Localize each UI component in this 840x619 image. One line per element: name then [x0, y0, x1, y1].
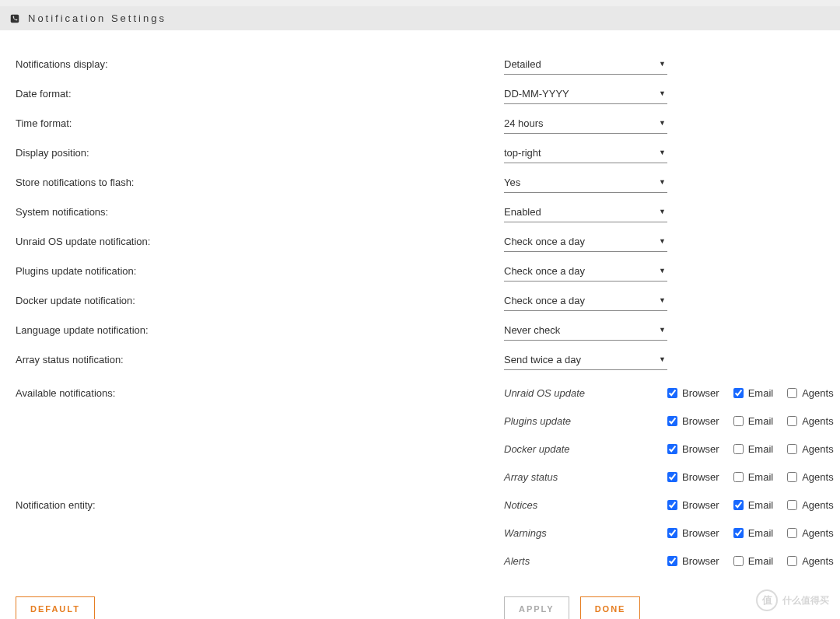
setting-select[interactable]: Check once a day▼ [504, 231, 667, 252]
browser-checkbox-group[interactable]: Browser [667, 555, 719, 567]
setting-select[interactable]: Check once a day▼ [504, 290, 667, 311]
setting-select[interactable]: Never check▼ [504, 320, 667, 341]
email-checkbox[interactable] [733, 472, 744, 482]
svg-rect-0 [11, 14, 19, 23]
browser-checkbox[interactable] [667, 416, 677, 426]
chevron-down-icon: ▼ [659, 267, 666, 275]
setting-value: Detailed [504, 58, 541, 70]
browser-checkbox-group[interactable]: Browser [667, 415, 719, 427]
checkbox-label: Agents [802, 555, 833, 567]
email-checkbox-group[interactable]: Email [733, 555, 774, 567]
notification-row: WarningsBrowserEmailAgents [16, 519, 824, 547]
notification-row: AlertsBrowserEmailAgents [16, 547, 824, 575]
browser-checkbox-group[interactable]: Browser [667, 499, 719, 511]
email-checkbox[interactable] [733, 500, 744, 510]
setting-label: System notifications: [16, 206, 504, 218]
agents-checkbox-group[interactable]: Agents [787, 499, 833, 511]
email-checkbox[interactable] [733, 528, 744, 538]
agents-checkbox[interactable] [787, 500, 797, 510]
email-checkbox-group[interactable]: Email [733, 387, 774, 399]
browser-checkbox-group[interactable]: Browser [667, 471, 719, 483]
setting-value: Check once a day [504, 265, 585, 277]
setting-select[interactable]: Check once a day▼ [504, 261, 667, 282]
setting-label: Unraid OS update notification: [16, 236, 504, 247]
agents-checkbox-group[interactable]: Agents [787, 443, 833, 455]
notification-row: Available notifications:Unraid OS update… [16, 379, 824, 407]
setting-select[interactable]: Detailed▼ [504, 54, 667, 75]
setting-select[interactable]: Send twice a day▼ [504, 349, 667, 370]
agents-checkbox[interactable] [787, 388, 797, 398]
email-checkbox[interactable] [733, 444, 744, 454]
agents-checkbox[interactable] [787, 472, 797, 482]
setting-row: Time format:24 hours▼ [16, 113, 824, 142]
email-checkbox-group[interactable]: Email [733, 499, 774, 511]
checkbox-label: Agents [802, 527, 833, 539]
chevron-down-icon: ▼ [659, 355, 666, 363]
setting-row: Language update notification:Never check… [16, 320, 824, 349]
agents-checkbox-group[interactable]: Agents [787, 387, 833, 399]
email-checkbox[interactable] [733, 416, 744, 426]
setting-label: Language update notification: [16, 324, 504, 336]
checkbox-label: Browser [682, 499, 719, 511]
checkbox-label: Agents [802, 415, 833, 427]
browser-checkbox-group[interactable]: Browser [667, 527, 719, 539]
checkbox-label: Email [748, 527, 774, 539]
setting-label: Time format: [16, 117, 504, 129]
agents-checkbox-group[interactable]: Agents [787, 471, 833, 483]
setting-value: Yes [504, 177, 520, 188]
setting-label: Plugins update notification: [16, 265, 504, 277]
done-button[interactable]: Done [580, 596, 641, 619]
setting-select[interactable]: Yes▼ [504, 172, 667, 193]
email-checkbox-group[interactable]: Email [733, 471, 774, 483]
setting-value: Never check [504, 324, 560, 336]
chevron-down-icon: ▼ [659, 60, 666, 68]
email-checkbox[interactable] [733, 388, 744, 398]
agents-checkbox[interactable] [787, 416, 797, 426]
agents-checkbox-group[interactable]: Agents [787, 415, 833, 427]
apply-button[interactable]: Apply [504, 596, 569, 619]
phone-icon [9, 13, 20, 24]
email-checkbox-group[interactable]: Email [733, 527, 774, 539]
notification-name: Plugins update [504, 415, 667, 427]
agents-checkbox[interactable] [787, 556, 797, 566]
checkbox-label: Browser [682, 415, 719, 427]
checkbox-label: Email [748, 387, 774, 399]
agents-checkbox[interactable] [787, 444, 797, 454]
browser-checkbox[interactable] [667, 500, 677, 510]
email-checkbox-group[interactable]: Email [733, 415, 774, 427]
email-checkbox-group[interactable]: Email [733, 443, 774, 455]
browser-checkbox[interactable] [667, 528, 677, 538]
notification-row: Docker updateBrowserEmailAgents [16, 435, 824, 463]
setting-select[interactable]: 24 hours▼ [504, 113, 667, 134]
setting-row: System notifications:Enabled▼ [16, 201, 824, 231]
chevron-down-icon: ▼ [659, 119, 666, 127]
default-button[interactable]: Default [16, 596, 95, 619]
checkbox-label: Email [748, 471, 774, 483]
browser-checkbox[interactable] [667, 444, 677, 454]
setting-select[interactable]: Enabled▼ [504, 201, 667, 222]
setting-row: Display position:top-right▼ [16, 142, 824, 172]
settings-form: Notifications display:Detailed▼Date form… [0, 30, 840, 619]
notification-row: Array statusBrowserEmailAgents [16, 463, 824, 491]
setting-label: Docker update notification: [16, 295, 504, 306]
setting-select[interactable]: DD-MM-YYYY▼ [504, 83, 667, 104]
agents-checkbox-group[interactable]: Agents [787, 527, 833, 539]
agents-checkbox[interactable] [787, 528, 797, 538]
email-checkbox[interactable] [733, 556, 744, 566]
setting-row: Array status notification:Send twice a d… [16, 349, 824, 379]
setting-row: Docker update notification:Check once a … [16, 290, 824, 320]
browser-checkbox[interactable] [667, 388, 677, 398]
page-header: Notification Settings [0, 0, 840, 30]
browser-checkbox-group[interactable]: Browser [667, 387, 719, 399]
chevron-down-icon: ▼ [659, 89, 666, 97]
browser-checkbox[interactable] [667, 472, 677, 482]
group-label: Notification entity: [16, 499, 504, 511]
agents-checkbox-group[interactable]: Agents [787, 555, 833, 567]
notification-name: Unraid OS update [504, 387, 667, 399]
browser-checkbox[interactable] [667, 556, 677, 566]
checkbox-label: Agents [802, 471, 833, 483]
setting-select[interactable]: top-right▼ [504, 142, 667, 163]
setting-row: Date format:DD-MM-YYYY▼ [16, 83, 824, 113]
browser-checkbox-group[interactable]: Browser [667, 443, 719, 455]
setting-value: Check once a day [504, 295, 585, 306]
